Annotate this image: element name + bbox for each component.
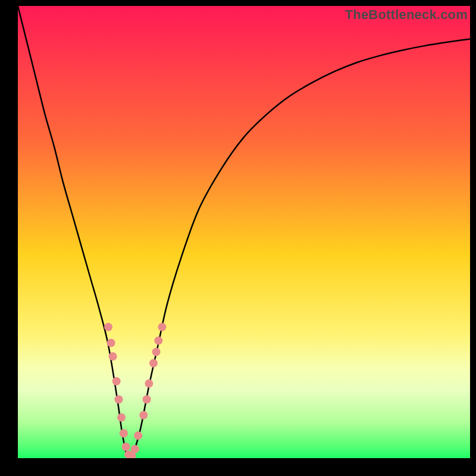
marker-dot (117, 414, 126, 422)
marker-dot (104, 323, 112, 331)
chart-svg (18, 6, 470, 458)
marker-dot (122, 443, 130, 451)
marker-dot (120, 429, 128, 437)
marker-dot (149, 359, 158, 367)
gradient-background (18, 6, 470, 458)
plot-area (18, 6, 470, 458)
marker-dot (152, 347, 161, 356)
chart-container: TheBottleneck.com (0, 0, 476, 476)
marker-dot (143, 395, 151, 403)
marker-dot (107, 339, 115, 347)
marker-dot (114, 395, 123, 403)
marker-dot (145, 380, 153, 388)
marker-dot (154, 336, 162, 345)
marker-dot (109, 352, 117, 361)
marker-dot (158, 323, 166, 331)
marker-dot (134, 431, 142, 440)
marker-dot (139, 411, 148, 419)
marker-dot (131, 445, 139, 453)
marker-dot (112, 377, 121, 386)
